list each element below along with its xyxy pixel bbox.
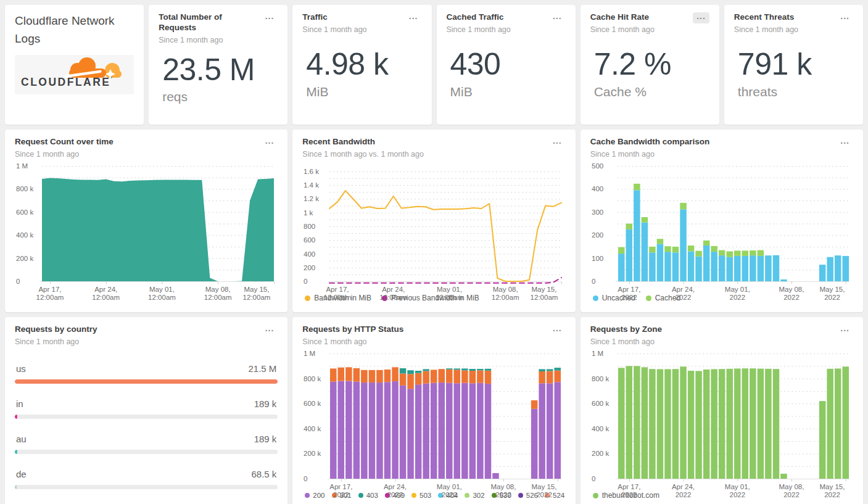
country-label: us [16, 363, 26, 374]
panel-menu-button[interactable]: ... [262, 324, 278, 336]
requests-by-zone-bar-segment [634, 366, 640, 479]
http-status-plot[interactable]: 1 M800 k600 k400 k200 k0Apr 17,2022Apr 2… [302, 346, 565, 502]
requests-by-zone-bar-segment [726, 369, 733, 479]
svg-text:May 01,: May 01, [437, 285, 462, 292]
panel-cache-bandwidth: Cache Bandwidth comparison Since 1 month… [581, 130, 863, 312]
cache-bandwidth-bar-segment [641, 222, 648, 281]
panel-menu-button[interactable]: ... [837, 324, 853, 336]
svg-text:May 01,: May 01, [724, 482, 750, 490]
stat-row: Cloudflare Network Logs CLOUDFLARE' [5, 5, 863, 125]
cache-bandwidth-bar-segment [827, 257, 833, 281]
svg-text:2022: 2022 [333, 490, 349, 498]
cache-bandwidth-bar-segment [742, 256, 748, 281]
http-status-bar-segment [369, 370, 376, 382]
cache-bandwidth-bar-segment [835, 255, 841, 281]
svg-text:May 01,: May 01, [437, 482, 462, 490]
svg-text:2022: 2022 [675, 293, 691, 300]
http-status-bar-segment [377, 370, 384, 382]
country-label: au [16, 434, 27, 444]
panel-menu-button[interactable]: ... [262, 137, 278, 148]
panel-menu-button[interactable]: ... [405, 12, 422, 23]
panel-menu-button[interactable]: ... [837, 137, 853, 148]
http-status-bar-segment [485, 384, 492, 479]
panel-title: Cached Traffic [447, 12, 511, 23]
panel-recent-bandwidth: Recent Bandwidth Since 1 month ago vs. 1… [292, 130, 575, 312]
panel-menu-button[interactable]: ... [837, 12, 853, 23]
svg-text:12:00am: 12:00am [92, 293, 120, 300]
cache-bandwidth-bar-segment [765, 255, 772, 281]
http-status-bar-segment [439, 369, 445, 382]
http-status-bar-segment [377, 382, 384, 479]
panel-menu-button[interactable]: ... [693, 12, 709, 23]
country-label: de [16, 469, 27, 479]
recent-bandwidth-plot[interactable]: 1.6 k1.4 k1.2 k1 k8006004002000Apr 17,12… [302, 159, 565, 305]
recent-bandwidth-chart[interactable]: 1.6 k1.4 k1.2 k1 k8006004002000Apr 17,12… [302, 159, 565, 291]
svg-text:0: 0 [304, 278, 307, 285]
svg-text:2022: 2022 [729, 490, 745, 498]
panel-requests-by-zone: Requests by Zone Since 1 month ago ... 1… [581, 317, 863, 504]
svg-text:May 01,: May 01, [149, 285, 175, 292]
svg-text:400: 400 [304, 250, 315, 257]
svg-text:1 k: 1 k [304, 209, 313, 217]
requests-by-zone-bar-segment [672, 369, 679, 479]
svg-text:200 k: 200 k [304, 450, 321, 457]
http-status-chart[interactable]: 1 M800 k600 k400 k200 k0Apr 17,2022Apr 2… [302, 346, 565, 489]
panel-menu-button[interactable]: ... [549, 324, 566, 336]
panel-title: Traffic [302, 12, 366, 23]
panel-menu-button[interactable]: ... [262, 12, 278, 23]
svg-text:800 k: 800 k [16, 185, 33, 192]
svg-text:1.6 k: 1.6 k [304, 168, 319, 175]
http-status-bar-segment [439, 382, 445, 479]
http-status-bar-segment [384, 382, 391, 479]
request-count-chart[interactable]: 1 M800 k600 k400 k200 k0Apr 17,12:00amAp… [15, 159, 278, 305]
requests-by-zone-bar-segment [626, 366, 632, 479]
cache-bandwidth-bar-segment [819, 265, 826, 281]
requests-by-zone-plot[interactable]: 1 M800 k600 k400 k200 k0Apr 17,2022Apr 2… [590, 346, 853, 502]
http-status-bar-segment [330, 382, 337, 479]
requests-by-zone-bar-segment [772, 369, 779, 479]
panel-title: Request Count over time [15, 137, 114, 147]
panel-subtitle: Since 1 month ago [590, 150, 710, 159]
country-row-de[interactable]: de68.5 k [15, 469, 278, 489]
http-status-bar-segment [539, 369, 546, 371]
requests-by-zone-bar-segment [750, 368, 756, 479]
cache-bandwidth-bar-segment [626, 223, 632, 229]
cache-bandwidth-bar-segment [656, 244, 663, 281]
http-status-bar-segment [392, 367, 399, 381]
cache-bandwidth-bar-segment [672, 252, 679, 281]
svg-text:12:00am: 12:00am [148, 293, 176, 300]
http-status-bar-segment [408, 374, 415, 389]
stat-unit: Cache % [594, 85, 709, 99]
panel-subtitle: Since 1 month ago [15, 150, 114, 159]
country-row-in[interactable]: in189 k [15, 399, 278, 419]
panel-title: Recent Bandwidth [302, 137, 424, 147]
requests-by-zone-bar-segment [819, 401, 826, 479]
svg-text:1.4 k: 1.4 k [304, 181, 319, 189]
country-value: 68.5 k [251, 469, 276, 479]
country-row-us[interactable]: us21.5 M [15, 363, 278, 384]
svg-text:12:00am: 12:00am [36, 293, 64, 300]
country-row-au[interactable]: au189 k [15, 434, 278, 454]
cache-bandwidth-bar-segment [742, 250, 748, 256]
panel-subtitle: Since 1 month ago [302, 337, 403, 346]
cache-bandwidth-plot[interactable]: 5004003002001000Apr 17,2022Apr 24,2022Ma… [590, 159, 853, 305]
cache-bandwidth-bar-segment [726, 251, 733, 257]
panel-subtitle: Since 1 month ago vs. 1 month ago [302, 150, 424, 159]
panel-menu-button[interactable]: ... [549, 137, 566, 148]
svg-text:2022: 2022 [824, 293, 840, 300]
panel-menu-button[interactable]: ... [549, 12, 566, 23]
request-count-plot[interactable]: 1 M800 k600 k400 k200 k0Apr 17,12:00amAp… [15, 159, 278, 305]
http-status-bar-segment [454, 370, 461, 383]
svg-text:2022: 2022 [729, 293, 745, 300]
requests-by-zone-bar-segment [656, 369, 663, 479]
svg-text:600 k: 600 k [304, 400, 321, 407]
cache-bandwidth-bar-segment [842, 256, 849, 281]
svg-text:May 08,: May 08, [779, 482, 804, 490]
cache-bandwidth-chart[interactable]: 5004003002001000Apr 17,2022Apr 24,2022Ma… [590, 159, 853, 291]
svg-text:800 k: 800 k [304, 374, 321, 382]
requests-by-zone-chart[interactable]: 1 M800 k600 k400 k200 k0Apr 17,2022Apr 2… [590, 346, 853, 489]
svg-text:200: 200 [592, 231, 603, 239]
http-status-bar-segment [531, 409, 538, 479]
cache-bandwidth-bar-segment [634, 184, 640, 191]
panel-title: Cache Bandwidth comparison [590, 137, 710, 147]
